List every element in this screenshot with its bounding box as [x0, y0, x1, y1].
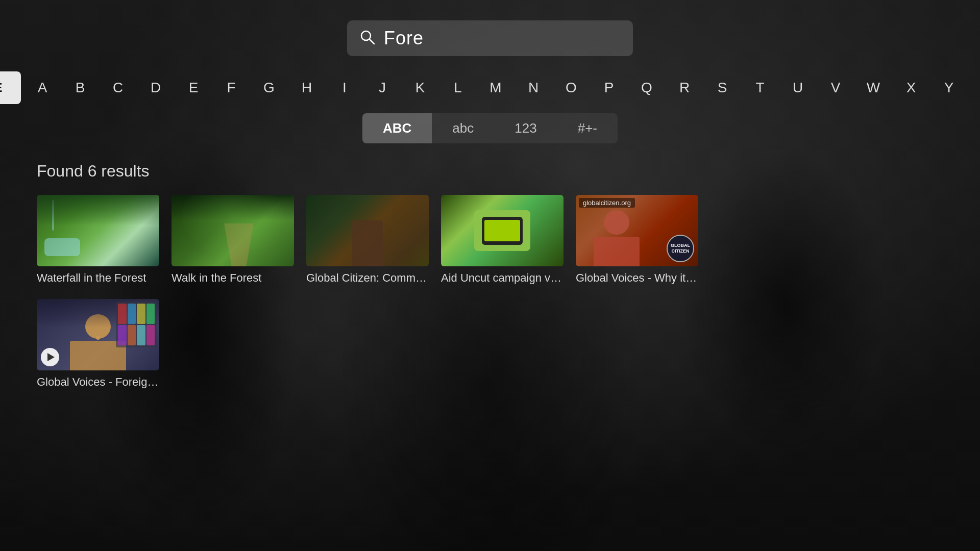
result-title-walk: Walk in the Forest	[172, 271, 294, 285]
search-query: Fore	[384, 28, 424, 49]
key-X[interactable]: X	[895, 71, 927, 104]
key-T[interactable]: T	[744, 71, 776, 104]
result-title-foreign-aid: Global Voices - Foreign Aid	[37, 375, 159, 389]
keyboard-area: SPACE A B C D E F G H I J K L M N O P Q …	[0, 71, 980, 143]
gc-site-label: globalcitizen.org	[579, 198, 635, 208]
key-P[interactable]: P	[593, 71, 625, 104]
search-bar-wrapper: Fore	[0, 0, 980, 56]
result-item-foreign-aid[interactable]: Global Voices - Foreign Aid	[37, 299, 159, 389]
result-item-waterfall[interactable]: Waterfall in the Forest	[37, 195, 159, 285]
result-item-walk[interactable]: Walk in the Forest	[172, 195, 294, 285]
key-V[interactable]: V	[819, 71, 852, 104]
key-G[interactable]: G	[253, 71, 285, 104]
play-triangle-icon	[47, 353, 55, 361]
result-item-global-citizen-common[interactable]: Global Citizen: Common Gr...	[306, 195, 429, 285]
result-title-aid-uncut: Aid Uncut campaign video ...	[441, 271, 564, 285]
thumb-global-voices-why: globalcitizen.org GLOBALCITIZEN	[576, 195, 698, 266]
key-W[interactable]: W	[857, 71, 890, 104]
results-count: Found 6 results	[37, 162, 943, 181]
keyboard-main-row: SPACE A B C D E F G H I J K L M N O P Q …	[0, 71, 980, 104]
result-item-aid-uncut[interactable]: Aid Uncut campaign video ...	[441, 195, 564, 285]
thumb-walk	[172, 195, 294, 266]
key-U[interactable]: U	[781, 71, 814, 104]
key-L[interactable]: L	[442, 71, 474, 104]
tab-123[interactable]: 123	[494, 113, 557, 143]
thumb-foreign-aid	[37, 299, 159, 370]
tab-abc[interactable]: abc	[432, 113, 494, 143]
key-N[interactable]: N	[517, 71, 550, 104]
tab-special[interactable]: #+-	[557, 113, 618, 143]
thumb-waterfall	[37, 195, 159, 266]
key-Y[interactable]: Y	[933, 71, 965, 104]
key-S[interactable]: S	[706, 71, 739, 104]
space-key[interactable]: SPACE	[0, 71, 21, 104]
results-row-2: Global Voices - Foreign Aid	[37, 299, 943, 389]
thumb-global-citizen-common	[306, 195, 429, 266]
search-bar[interactable]: Fore	[347, 20, 633, 56]
key-D[interactable]: D	[139, 71, 172, 104]
key-B[interactable]: B	[64, 71, 96, 104]
main-content: Fore SPACE A B C D E F G H I J K L M N O…	[0, 0, 980, 551]
keyboard-tabs: ABC abc 123 #+-	[362, 113, 618, 143]
key-Z[interactable]: Z	[970, 71, 980, 104]
key-R[interactable]: R	[668, 71, 701, 104]
key-H[interactable]: H	[290, 71, 323, 104]
key-I[interactable]: I	[328, 71, 361, 104]
key-F[interactable]: F	[215, 71, 248, 104]
tab-ABC[interactable]: ABC	[362, 113, 432, 143]
key-C[interactable]: C	[102, 71, 134, 104]
result-item-global-voices-why[interactable]: globalcitizen.org GLOBALCITIZEN Global V…	[576, 195, 698, 285]
result-title-global-voices-why: Global Voices - Why it shou...	[576, 271, 698, 285]
key-J[interactable]: J	[366, 71, 399, 104]
results-row-1: Waterfall in the Forest Walk in the Fore…	[37, 195, 943, 285]
key-E[interactable]: E	[177, 71, 210, 104]
key-A[interactable]: A	[26, 71, 59, 104]
global-logo: GLOBALCITIZEN	[667, 235, 694, 262]
result-title-global-citizen-common: Global Citizen: Common Gr...	[306, 271, 429, 285]
search-icon	[359, 29, 376, 47]
svg-line-1	[370, 39, 374, 44]
key-M[interactable]: M	[479, 71, 512, 104]
key-K[interactable]: K	[404, 71, 436, 104]
key-Q[interactable]: Q	[630, 71, 663, 104]
result-title-waterfall: Waterfall in the Forest	[37, 271, 159, 285]
thumb-aid-uncut	[441, 195, 564, 266]
results-section: Found 6 results Waterfall in the Forest	[0, 162, 980, 389]
play-overlay	[41, 348, 59, 366]
key-O[interactable]: O	[555, 71, 587, 104]
device-visual	[474, 210, 530, 251]
